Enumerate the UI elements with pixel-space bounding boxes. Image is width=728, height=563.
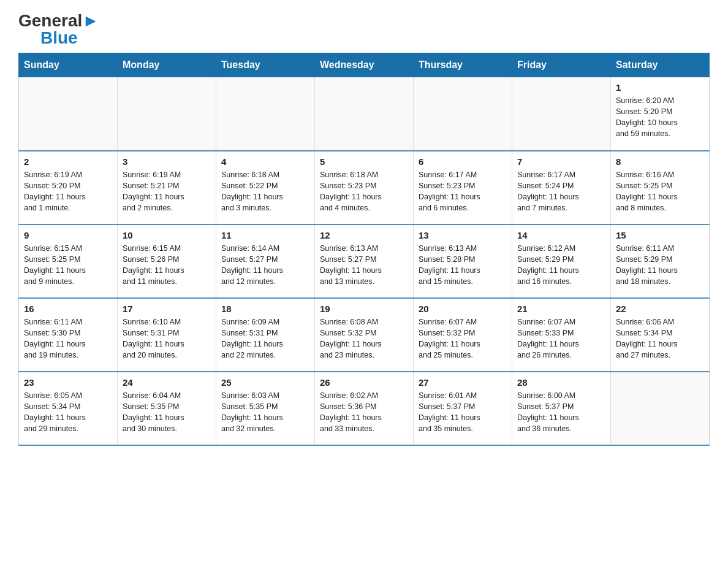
- day-info: Sunrise: 6:08 AMSunset: 5:32 PMDaylight:…: [320, 316, 408, 361]
- day-number: 4: [221, 156, 309, 167]
- header-tuesday: Tuesday: [216, 53, 315, 77]
- header-wednesday: Wednesday: [315, 53, 414, 77]
- calendar-cell: 10Sunrise: 6:15 AMSunset: 5:26 PMDayligh…: [118, 224, 216, 298]
- day-number: 12: [320, 230, 408, 240]
- calendar-cell: [118, 77, 216, 151]
- logo: General► Blue: [18, 12, 99, 47]
- day-number: 5: [320, 156, 408, 167]
- calendar-cell: [414, 77, 512, 151]
- day-info: Sunrise: 6:03 AMSunset: 5:35 PMDaylight:…: [221, 390, 309, 435]
- day-info: Sunrise: 6:07 AMSunset: 5:32 PMDaylight:…: [419, 316, 507, 361]
- calendar-week-row: 1Sunrise: 6:20 AMSunset: 5:20 PMDaylight…: [19, 77, 710, 151]
- day-info: Sunrise: 6:19 AMSunset: 5:20 PMDaylight:…: [24, 169, 112, 214]
- day-info: Sunrise: 6:15 AMSunset: 5:26 PMDaylight:…: [123, 243, 211, 288]
- day-info: Sunrise: 6:01 AMSunset: 5:37 PMDaylight:…: [419, 390, 507, 435]
- calendar-cell: 28Sunrise: 6:00 AMSunset: 5:37 PMDayligh…: [512, 372, 611, 445]
- calendar-cell: 23Sunrise: 6:05 AMSunset: 5:34 PMDayligh…: [19, 372, 118, 445]
- calendar-cell: 9Sunrise: 6:15 AMSunset: 5:25 PMDaylight…: [19, 224, 118, 298]
- calendar-cell: 18Sunrise: 6:09 AMSunset: 5:31 PMDayligh…: [216, 298, 315, 372]
- day-number: 6: [419, 156, 507, 167]
- day-number: 19: [320, 304, 408, 314]
- page-header: General► Blue: [18, 12, 710, 47]
- day-number: 9: [24, 230, 112, 240]
- calendar-cell: 6Sunrise: 6:17 AMSunset: 5:23 PMDaylight…: [414, 151, 512, 224]
- calendar-cell: 7Sunrise: 6:17 AMSunset: 5:24 PMDaylight…: [512, 151, 611, 224]
- day-number: 23: [24, 377, 112, 388]
- header-monday: Monday: [118, 53, 216, 77]
- calendar-header-row: SundayMondayTuesdayWednesdayThursdayFrid…: [19, 53, 710, 77]
- calendar-cell: 2Sunrise: 6:19 AMSunset: 5:20 PMDaylight…: [19, 151, 118, 224]
- day-info: Sunrise: 6:16 AMSunset: 5:25 PMDaylight:…: [616, 169, 704, 214]
- calendar-cell: 5Sunrise: 6:18 AMSunset: 5:23 PMDaylight…: [315, 151, 414, 224]
- day-number: 13: [419, 230, 507, 240]
- calendar-cell: 15Sunrise: 6:11 AMSunset: 5:29 PMDayligh…: [611, 224, 710, 298]
- day-number: 7: [517, 156, 605, 167]
- calendar-cell: [216, 77, 315, 151]
- day-info: Sunrise: 6:13 AMSunset: 5:27 PMDaylight:…: [320, 243, 408, 288]
- calendar-week-row: 16Sunrise: 6:11 AMSunset: 5:30 PMDayligh…: [19, 298, 710, 372]
- day-info: Sunrise: 6:02 AMSunset: 5:36 PMDaylight:…: [320, 390, 408, 435]
- day-info: Sunrise: 6:14 AMSunset: 5:27 PMDaylight:…: [221, 243, 309, 288]
- calendar-cell: [19, 77, 118, 151]
- day-info: Sunrise: 6:00 AMSunset: 5:37 PMDaylight:…: [517, 390, 605, 435]
- day-info: Sunrise: 6:11 AMSunset: 5:30 PMDaylight:…: [24, 316, 112, 361]
- day-info: Sunrise: 6:17 AMSunset: 5:24 PMDaylight:…: [517, 169, 605, 214]
- calendar-week-row: 9Sunrise: 6:15 AMSunset: 5:25 PMDaylight…: [19, 224, 710, 298]
- calendar-week-row: 23Sunrise: 6:05 AMSunset: 5:34 PMDayligh…: [19, 372, 710, 445]
- day-number: 24: [123, 377, 211, 388]
- day-info: Sunrise: 6:04 AMSunset: 5:35 PMDaylight:…: [123, 390, 211, 435]
- header-friday: Friday: [512, 53, 611, 77]
- day-number: 11: [221, 230, 309, 240]
- calendar-cell: 14Sunrise: 6:12 AMSunset: 5:29 PMDayligh…: [512, 224, 611, 298]
- calendar-cell: 24Sunrise: 6:04 AMSunset: 5:35 PMDayligh…: [118, 372, 216, 445]
- day-info: Sunrise: 6:12 AMSunset: 5:29 PMDaylight:…: [517, 243, 605, 288]
- day-info: Sunrise: 6:20 AMSunset: 5:20 PMDaylight:…: [616, 95, 704, 140]
- day-info: Sunrise: 6:10 AMSunset: 5:31 PMDaylight:…: [123, 316, 211, 361]
- calendar-cell: [611, 372, 710, 445]
- day-number: 8: [616, 156, 704, 167]
- logo-general-text: General►: [18, 12, 99, 29]
- calendar-cell: 20Sunrise: 6:07 AMSunset: 5:32 PMDayligh…: [414, 298, 512, 372]
- day-number: 25: [221, 377, 309, 388]
- day-info: Sunrise: 6:19 AMSunset: 5:21 PMDaylight:…: [123, 169, 211, 214]
- logo-blue-text: Blue: [40, 29, 78, 47]
- calendar-cell: 1Sunrise: 6:20 AMSunset: 5:20 PMDaylight…: [611, 77, 710, 151]
- header-sunday: Sunday: [19, 53, 118, 77]
- calendar-cell: 3Sunrise: 6:19 AMSunset: 5:21 PMDaylight…: [118, 151, 216, 224]
- day-number: 27: [419, 377, 507, 388]
- calendar-cell: 4Sunrise: 6:18 AMSunset: 5:22 PMDaylight…: [216, 151, 315, 224]
- calendar-cell: 11Sunrise: 6:14 AMSunset: 5:27 PMDayligh…: [216, 224, 315, 298]
- day-number: 3: [123, 156, 211, 167]
- day-number: 10: [123, 230, 211, 240]
- day-info: Sunrise: 6:17 AMSunset: 5:23 PMDaylight:…: [419, 169, 507, 214]
- day-info: Sunrise: 6:09 AMSunset: 5:31 PMDaylight:…: [221, 316, 309, 361]
- day-number: 2: [24, 156, 112, 167]
- day-info: Sunrise: 6:11 AMSunset: 5:29 PMDaylight:…: [616, 243, 704, 288]
- day-number: 16: [24, 304, 112, 314]
- day-number: 21: [517, 304, 605, 314]
- day-number: 22: [616, 304, 704, 314]
- day-info: Sunrise: 6:15 AMSunset: 5:25 PMDaylight:…: [24, 243, 112, 288]
- calendar-cell: 25Sunrise: 6:03 AMSunset: 5:35 PMDayligh…: [216, 372, 315, 445]
- calendar-week-row: 2Sunrise: 6:19 AMSunset: 5:20 PMDaylight…: [19, 151, 710, 224]
- day-info: Sunrise: 6:18 AMSunset: 5:23 PMDaylight:…: [320, 169, 408, 214]
- calendar-cell: 12Sunrise: 6:13 AMSunset: 5:27 PMDayligh…: [315, 224, 414, 298]
- day-number: 15: [616, 230, 704, 240]
- calendar-table: SundayMondayTuesdayWednesdayThursdayFrid…: [18, 53, 710, 446]
- day-number: 17: [123, 304, 211, 314]
- calendar-cell: 16Sunrise: 6:11 AMSunset: 5:30 PMDayligh…: [19, 298, 118, 372]
- header-saturday: Saturday: [611, 53, 710, 77]
- calendar-cell: 21Sunrise: 6:07 AMSunset: 5:33 PMDayligh…: [512, 298, 611, 372]
- day-number: 18: [221, 304, 309, 314]
- calendar-cell: 22Sunrise: 6:06 AMSunset: 5:34 PMDayligh…: [611, 298, 710, 372]
- calendar-cell: 17Sunrise: 6:10 AMSunset: 5:31 PMDayligh…: [118, 298, 216, 372]
- calendar-cell: 27Sunrise: 6:01 AMSunset: 5:37 PMDayligh…: [414, 372, 512, 445]
- day-info: Sunrise: 6:18 AMSunset: 5:22 PMDaylight:…: [221, 169, 309, 214]
- day-number: 26: [320, 377, 408, 388]
- day-info: Sunrise: 6:05 AMSunset: 5:34 PMDaylight:…: [24, 390, 112, 435]
- day-info: Sunrise: 6:13 AMSunset: 5:28 PMDaylight:…: [419, 243, 507, 288]
- day-number: 20: [419, 304, 507, 314]
- calendar-cell: 8Sunrise: 6:16 AMSunset: 5:25 PMDaylight…: [611, 151, 710, 224]
- header-thursday: Thursday: [414, 53, 512, 77]
- calendar-cell: 19Sunrise: 6:08 AMSunset: 5:32 PMDayligh…: [315, 298, 414, 372]
